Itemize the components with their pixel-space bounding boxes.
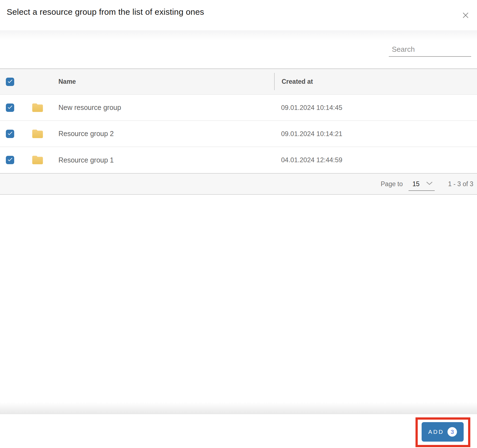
pagination-range-label: 1 - 3 of 3 <box>448 174 473 194</box>
table-row[interactable]: Resource group 2 09.01.2024 10:14:21 <box>0 121 477 147</box>
page-size-select[interactable]: 15 <box>409 178 435 191</box>
check-icon <box>7 130 13 137</box>
chevron-down-icon <box>426 181 433 186</box>
resource-group-created-at: 04.01.2024 12:44:59 <box>281 147 342 173</box>
select-all-checkbox[interactable] <box>6 78 14 86</box>
dialog-titlebar: Select a resource group from the list of… <box>0 0 477 30</box>
titlebar-shadow <box>0 30 477 40</box>
row-checkbox[interactable] <box>6 104 14 112</box>
page-size-value: 15 <box>412 180 420 188</box>
footer-shadow <box>0 402 477 414</box>
folder-icon <box>31 101 44 114</box>
row-checkbox[interactable] <box>6 156 14 164</box>
column-header-created-at[interactable]: Created at <box>282 69 313 94</box>
add-button[interactable]: ADD 3 <box>422 422 464 442</box>
resource-group-name: New resource group <box>58 95 121 120</box>
search-input[interactable] <box>389 44 471 57</box>
resource-group-created-at: 09.01.2024 10:14:21 <box>281 121 342 147</box>
row-checkbox[interactable] <box>6 130 14 138</box>
folder-icon <box>31 127 44 140</box>
table-header: Name Created at <box>0 68 477 95</box>
table-row[interactable]: Resource group 1 04.01.2024 12:44:59 <box>0 147 477 173</box>
folder-icon <box>31 154 44 166</box>
selected-count-badge: 3 <box>448 427 457 437</box>
page-to-label: Page to <box>381 174 403 194</box>
column-divider <box>274 73 275 90</box>
add-button-label: ADD <box>428 429 444 435</box>
close-icon <box>462 16 469 20</box>
close-button[interactable] <box>462 12 469 19</box>
check-icon <box>7 104 13 111</box>
table-row[interactable]: New resource group 09.01.2024 10:14:45 <box>0 95 477 121</box>
check-icon <box>7 156 13 164</box>
select-resource-group-dialog: Select a resource group from the list of… <box>0 0 477 448</box>
resource-group-name: Resource group 2 <box>58 121 114 147</box>
resource-group-created-at: 09.01.2024 10:14:45 <box>281 95 342 120</box>
pagination-bar: Page to 15 1 - 3 of 3 <box>0 173 477 195</box>
column-header-name[interactable]: Name <box>58 69 76 94</box>
resource-group-name: Resource group 1 <box>58 147 114 173</box>
dialog-title: Select a resource group from the list of… <box>7 7 204 17</box>
dialog-footer <box>0 414 477 448</box>
check-icon <box>7 78 13 85</box>
